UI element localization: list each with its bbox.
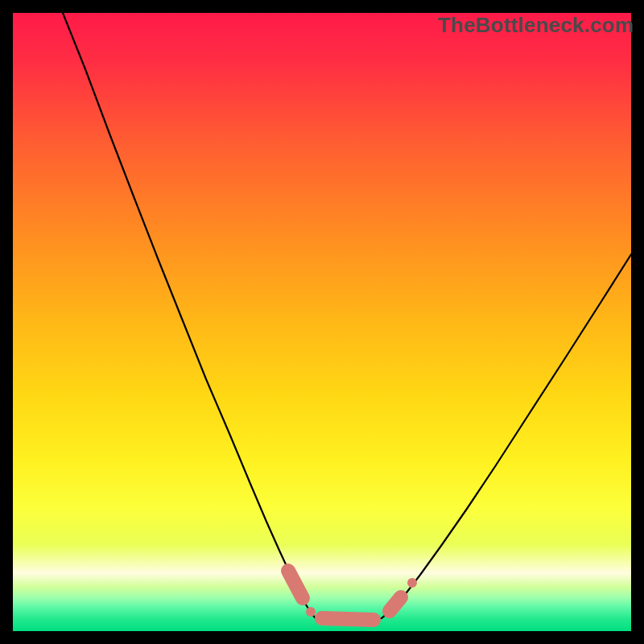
chart-stage: TheBottleneck.com [0,0,644,644]
watermark-text: TheBottleneck.com [438,13,634,38]
chart-svg [13,13,631,631]
plot-area [13,13,631,631]
gradient-background [13,13,631,631]
marker-pill [322,618,374,620]
marker-pill [390,597,401,611]
marker-dot [306,607,316,617]
marker-dot [407,578,417,588]
